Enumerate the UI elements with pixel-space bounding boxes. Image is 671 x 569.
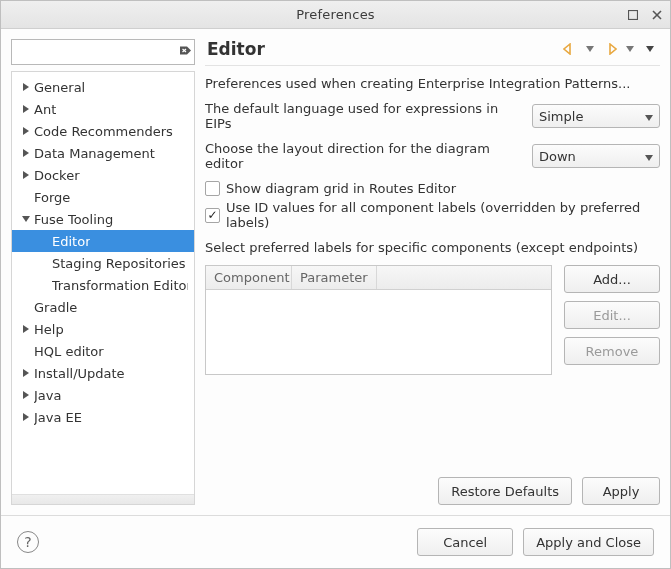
help-icon[interactable]: ?	[17, 531, 39, 553]
apply-button[interactable]: Apply	[582, 477, 660, 505]
labels-caption: Select preferred labels for specific com…	[205, 240, 660, 255]
clear-filter-icon[interactable]	[177, 43, 191, 62]
tree-item-java-ee[interactable]: Java EE	[12, 406, 194, 428]
page-title: Editor	[207, 39, 265, 59]
filter-field	[11, 39, 195, 65]
tree-twisty-icon[interactable]	[20, 391, 32, 399]
tree-item-label: Gradle	[34, 300, 77, 315]
maximize-icon[interactable]	[626, 8, 640, 22]
tree-item-label: HQL editor	[34, 344, 104, 359]
tree-twisty-icon[interactable]	[20, 215, 32, 223]
svg-rect-0	[629, 10, 638, 19]
scrollbar-horizontal[interactable]	[12, 494, 194, 504]
forward-icon[interactable]	[602, 41, 618, 57]
tree-twisty-icon[interactable]	[20, 171, 32, 179]
tree-twisty-icon[interactable]	[20, 127, 32, 135]
layout-label: Choose the layout direction for the diag…	[205, 141, 522, 171]
preferences-tree[interactable]: GeneralAntCode RecommendersData Manageme…	[12, 72, 194, 494]
titlebar: Preferences	[1, 1, 670, 29]
grid-checkbox[interactable]	[205, 181, 220, 196]
tree-item-data-management[interactable]: Data Management	[12, 142, 194, 164]
tree-item-staging-repositories[interactable]: Staging Repositories	[12, 252, 194, 274]
footer: ? Cancel Apply and Close	[1, 515, 670, 568]
tree-item-gradle[interactable]: Gradle	[12, 296, 194, 318]
add-button[interactable]: Add...	[564, 265, 660, 293]
useid-checkbox[interactable]	[205, 208, 220, 223]
tree-item-docker[interactable]: Docker	[12, 164, 194, 186]
editor-page: Editor Preferences used when creating En…	[205, 39, 660, 505]
language-label: The default language used for expression…	[205, 101, 522, 131]
tree-item-label: Help	[34, 322, 64, 337]
tree-item-java[interactable]: Java	[12, 384, 194, 406]
chevron-down-icon	[645, 109, 653, 124]
table-header: Component Parameter	[206, 266, 551, 290]
tree-item-label: Data Management	[34, 146, 155, 161]
back-menu-icon[interactable]	[582, 41, 598, 57]
tree-twisty-icon[interactable]	[20, 413, 32, 421]
tree-twisty-icon[interactable]	[20, 149, 32, 157]
remove-button[interactable]: Remove	[564, 337, 660, 365]
tree-item-label: Ant	[34, 102, 56, 117]
apply-close-button[interactable]: Apply and Close	[523, 528, 654, 556]
cancel-button[interactable]: Cancel	[417, 528, 513, 556]
description-text: Preferences used when creating Enterpris…	[205, 76, 660, 91]
tree-item-install-update[interactable]: Install/Update	[12, 362, 194, 384]
back-icon[interactable]	[562, 41, 578, 57]
tree-twisty-icon[interactable]	[20, 105, 32, 113]
tree-item-transformation-editor[interactable]: Transformation Editor	[12, 274, 194, 296]
tree-item-label: Install/Update	[34, 366, 125, 381]
tree-twisty-icon[interactable]	[20, 83, 32, 91]
language-select[interactable]: Simple	[532, 104, 660, 128]
close-icon[interactable]	[650, 8, 664, 22]
window-title: Preferences	[1, 7, 670, 22]
tree-item-label: Transformation Editor	[52, 278, 188, 293]
tree-item-fuse-tooling[interactable]: Fuse Tooling	[12, 208, 194, 230]
tree-item-label: Staging Repositories	[52, 256, 186, 271]
layout-select[interactable]: Down	[532, 144, 660, 168]
tree-item-label: Java EE	[34, 410, 82, 425]
tree-item-general[interactable]: General	[12, 76, 194, 98]
restore-defaults-button[interactable]: Restore Defaults	[438, 477, 572, 505]
tree-item-label: Code Recommenders	[34, 124, 173, 139]
edit-button[interactable]: Edit...	[564, 301, 660, 329]
tree-item-label: Java	[34, 388, 61, 403]
col-parameter: Parameter	[292, 266, 377, 289]
view-menu-icon[interactable]	[642, 41, 658, 57]
sidebar: GeneralAntCode RecommendersData Manageme…	[11, 39, 195, 505]
tree-item-editor[interactable]: Editor	[12, 230, 194, 252]
tree-item-help[interactable]: Help	[12, 318, 194, 340]
tree-item-label: Fuse Tooling	[34, 212, 113, 227]
layout-value: Down	[539, 149, 576, 164]
tree-item-ant[interactable]: Ant	[12, 98, 194, 120]
tree-twisty-icon[interactable]	[20, 369, 32, 377]
tree-item-code-recommenders[interactable]: Code Recommenders	[12, 120, 194, 142]
filter-input[interactable]	[11, 39, 195, 65]
tree-item-hql-editor[interactable]: HQL editor	[12, 340, 194, 362]
tree-twisty-icon[interactable]	[20, 325, 32, 333]
grid-checkbox-label: Show diagram grid in Routes Editor	[226, 181, 456, 196]
chevron-down-icon	[645, 149, 653, 164]
useid-checkbox-label: Use ID values for all component labels (…	[226, 200, 660, 230]
preferences-window: Preferences GeneralAntCode RecommendersD…	[0, 0, 671, 569]
tree-item-label: Docker	[34, 168, 80, 183]
tree-item-label: Forge	[34, 190, 70, 205]
tree-item-label: Editor	[52, 234, 90, 249]
col-component: Component	[206, 266, 292, 289]
forward-menu-icon[interactable]	[622, 41, 638, 57]
language-value: Simple	[539, 109, 583, 124]
preferred-labels-table[interactable]: Component Parameter	[205, 265, 552, 375]
tree-item-forge[interactable]: Forge	[12, 186, 194, 208]
tree-item-label: General	[34, 80, 85, 95]
